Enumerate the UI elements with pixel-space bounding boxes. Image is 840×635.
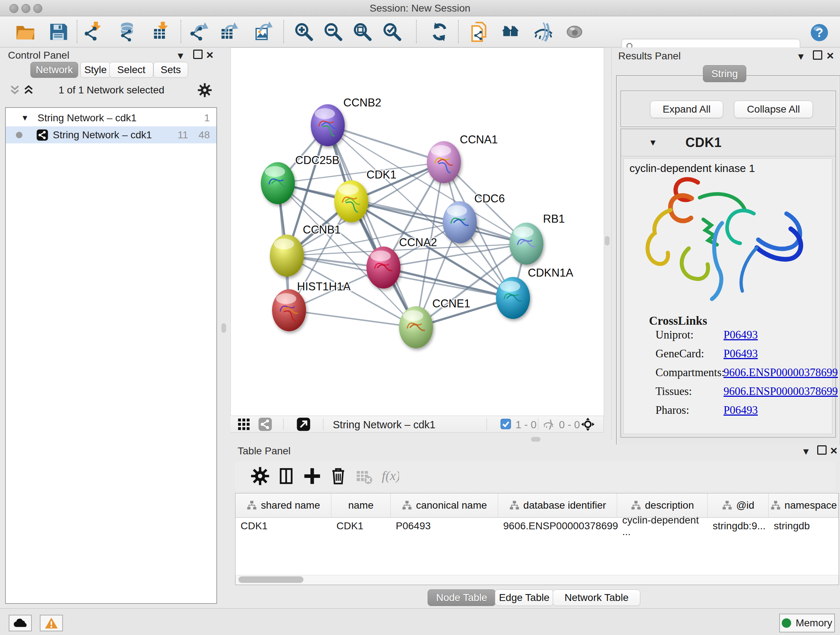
tab-network-table[interactable]: Network Table bbox=[553, 589, 640, 606]
node-CCNA2[interactable] bbox=[366, 247, 401, 288]
protein-section-header[interactable]: ▼ CDK1 bbox=[621, 129, 835, 157]
crosslink-link[interactable]: P06493 bbox=[723, 328, 758, 341]
tab-network[interactable]: Network bbox=[30, 62, 78, 78]
import-table-button[interactable] bbox=[149, 21, 172, 43]
delete-table-icon bbox=[354, 467, 373, 486]
network-tree-row[interactable]: String Network – cdk11148 bbox=[6, 126, 216, 143]
zoom-fit-button[interactable] bbox=[351, 21, 374, 43]
table-cell[interactable]: P06493 bbox=[391, 517, 498, 535]
delete-column-button[interactable] bbox=[328, 466, 349, 486]
first-neighbors-button[interactable] bbox=[499, 21, 523, 43]
table-cell[interactable]: CDK1 bbox=[235, 517, 331, 535]
tab-select[interactable]: Select bbox=[109, 62, 153, 78]
column-header--id[interactable]: @id bbox=[707, 494, 769, 517]
help-button[interactable]: ? bbox=[807, 21, 831, 44]
node-CCNB2[interactable] bbox=[311, 104, 345, 146]
open-session-button[interactable] bbox=[13, 21, 37, 43]
table-horizontal-scrollbar[interactable] bbox=[235, 575, 839, 585]
left-splitter-handle[interactable] bbox=[221, 323, 226, 333]
panel-menu-arrow-icon[interactable]: ▼ bbox=[801, 446, 811, 457]
table-cell[interactable]: 9606.ENSP00000378699 bbox=[498, 517, 617, 535]
node-CCNB1[interactable] bbox=[270, 234, 304, 277]
column-header-name[interactable]: name bbox=[332, 494, 391, 517]
import-network-button[interactable] bbox=[82, 21, 106, 43]
crosslink-link[interactable]: 9606.ENSP00000378699 bbox=[723, 366, 838, 379]
function-builder-button[interactable]: f(x) bbox=[379, 466, 400, 486]
column-header-description[interactable]: description bbox=[617, 494, 707, 517]
save-session-button[interactable] bbox=[46, 21, 70, 43]
export-network-button[interactable] bbox=[187, 21, 211, 43]
node-table[interactable]: shared namename canonical name database … bbox=[235, 493, 839, 576]
column-label: shared name bbox=[261, 500, 320, 511]
column-header-canonical-name[interactable]: canonical name bbox=[391, 494, 498, 517]
node-HIST1H1A[interactable] bbox=[272, 289, 306, 331]
zoom-selected-button[interactable] bbox=[380, 21, 404, 43]
crosslink-link[interactable]: P06493 bbox=[723, 347, 758, 360]
selected-checkbox-icon[interactable] bbox=[500, 418, 511, 429]
refresh-button[interactable] bbox=[428, 21, 452, 43]
collapse-all-chevron-icon[interactable] bbox=[9, 84, 20, 96]
close-panel-icon[interactable]: × bbox=[830, 447, 837, 454]
node-CDK1[interactable] bbox=[334, 180, 368, 222]
network-tree-row[interactable]: ▼ String Network – cdk11 bbox=[6, 109, 216, 126]
table-cell[interactable]: CDK1 bbox=[332, 517, 390, 535]
fit-content-crosshair-icon[interactable] bbox=[581, 417, 595, 432]
cloud-button[interactable] bbox=[9, 615, 32, 631]
tab-style[interactable]: Style bbox=[80, 62, 111, 78]
hide-selected-button[interactable] bbox=[531, 21, 555, 43]
node-CDC25B[interactable] bbox=[261, 162, 295, 204]
network-from-file-button[interactable] bbox=[468, 21, 492, 43]
table-cell[interactable]: cyclin-dependent ... bbox=[617, 517, 707, 535]
tab-node-table[interactable]: Node Table bbox=[428, 589, 496, 606]
collapse-arrow-icon[interactable]: ▼ bbox=[649, 138, 657, 148]
node-CCNE1[interactable] bbox=[399, 306, 433, 348]
export-image-button[interactable] bbox=[252, 21, 276, 43]
warning-button[interactable] bbox=[40, 615, 63, 631]
import-network-database-button[interactable] bbox=[115, 21, 139, 43]
close-panel-icon[interactable]: × bbox=[206, 51, 213, 58]
add-column-button[interactable] bbox=[302, 466, 323, 486]
string-network-badge-icon[interactable] bbox=[258, 417, 272, 432]
delete-table-button[interactable] bbox=[353, 466, 374, 486]
network-canvas[interactable]: CCNB2CCNA1CDC25BCDK1CDC6RB1CCNB1CCNA2CDK… bbox=[231, 48, 604, 416]
float-panel-icon[interactable] bbox=[817, 445, 827, 455]
export-table-button[interactable] bbox=[217, 21, 241, 43]
crosslink-link[interactable]: P06493 bbox=[723, 404, 758, 417]
show-columns-button[interactable] bbox=[276, 466, 297, 486]
node-CDC6[interactable] bbox=[443, 201, 477, 243]
panel-menu-arrow-icon[interactable]: ▼ bbox=[796, 51, 806, 62]
hidden-eye-icon[interactable] bbox=[542, 418, 554, 431]
float-panel-icon[interactable] bbox=[193, 50, 202, 59]
node-CDKN1A[interactable] bbox=[496, 277, 530, 319]
grid-view-icon[interactable] bbox=[237, 417, 251, 431]
column-header-shared-name[interactable]: shared name bbox=[235, 494, 332, 517]
column-header-namespace[interactable]: namespace bbox=[769, 494, 838, 517]
node-CCNA1[interactable] bbox=[427, 141, 461, 183]
close-panel-icon[interactable]: × bbox=[827, 52, 834, 59]
zoom-in-button[interactable] bbox=[292, 21, 316, 43]
table-cell[interactable]: stringdb bbox=[769, 517, 838, 535]
table-cell[interactable]: stringdb:9... bbox=[707, 517, 768, 535]
expand-all-chevron-icon[interactable] bbox=[23, 84, 34, 96]
show-all-button[interactable] bbox=[562, 21, 586, 43]
scrollbar-thumb[interactable] bbox=[238, 576, 303, 583]
collapse-all-button[interactable]: Collapse All bbox=[734, 101, 813, 118]
column-header-database-identifier[interactable]: database identifier bbox=[498, 494, 617, 517]
tab-string[interactable]: String bbox=[703, 65, 746, 82]
birdseye-view-icon[interactable] bbox=[296, 417, 311, 432]
tab-sets[interactable]: Sets bbox=[153, 62, 188, 78]
crosslink-link[interactable]: 9606.ENSP00000378699 bbox=[723, 385, 838, 398]
node-RB1[interactable] bbox=[509, 223, 543, 264]
tab-edge-table[interactable]: Edge Table bbox=[495, 589, 554, 606]
table-options-gear-button[interactable] bbox=[249, 466, 271, 486]
memory-button[interactable]: Memory bbox=[779, 614, 835, 632]
bottom-splitter-handle[interactable] bbox=[531, 437, 540, 442]
expand-all-button[interactable]: Expand All bbox=[650, 101, 723, 118]
right-splitter-handle[interactable] bbox=[605, 236, 609, 245]
protein-section: ▼ CDK1 cyclin-dependent kinase 1 CrossLi… bbox=[621, 128, 836, 438]
panel-menu-arrow-icon[interactable]: ▼ bbox=[176, 50, 185, 62]
zoom-out-button[interactable] bbox=[321, 21, 345, 43]
float-panel-icon[interactable] bbox=[813, 50, 822, 60]
network-options-gear-icon[interactable] bbox=[197, 83, 212, 97]
expander-arrow-icon[interactable]: ▼ bbox=[21, 113, 29, 123]
